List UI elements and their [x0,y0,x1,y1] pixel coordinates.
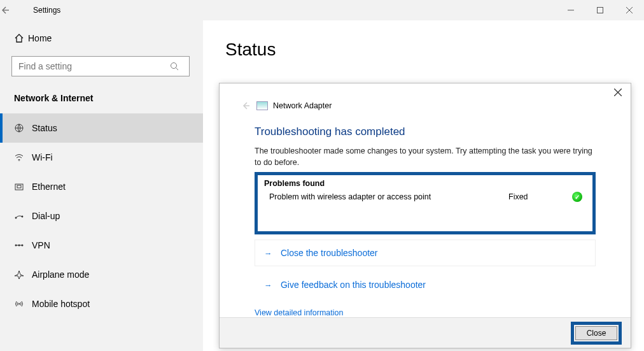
page-title: Status [225,39,622,60]
close-troubleshooter-label: Close the troubleshooter [281,248,378,258]
close-button-highlight: Close [571,322,622,345]
search-icon [170,62,189,71]
sidebar-item-vpn[interactable]: VPN [0,231,203,260]
sidebar-item-label: Airplane mode [32,269,89,280]
problems-found-box: Problems found Problem with wireless ada… [255,172,596,234]
sidebar-item-label: VPN [32,240,50,250]
dialup-icon [14,211,32,221]
sidebar: Home Network & Internet Status Wi-Fi Eth… [0,20,204,351]
troubleshooter-dialog: Network Adapter Troubleshooting has comp… [219,83,631,348]
svg-point-6 [18,160,20,161]
search-input[interactable] [11,56,190,76]
give-feedback-label: Give feedback on this troubleshooter [281,280,426,290]
close-window-icon[interactable] [615,0,644,20]
sidebar-item-ethernet[interactable]: Ethernet [0,172,203,201]
sidebar-item-airplane[interactable]: Airplane mode [0,260,203,289]
minimize-icon[interactable] [556,0,585,20]
sidebar-item-label: Status [32,123,57,133]
dialog-breadcrumb: Network Adapter [273,101,332,110]
problem-status: Fixed [508,192,572,201]
svg-rect-1 [598,8,603,13]
svg-point-10 [22,216,24,218]
problem-row: Problem with wireless adapter or access … [264,192,586,202]
dialog-footer: Close [220,317,631,348]
close-button[interactable]: Close [575,326,617,340]
status-icon [14,123,32,133]
sidebar-item-label: Mobile hotspot [32,299,90,309]
ethernet-icon [14,182,32,192]
close-troubleshooter-link[interactable]: → Close the troubleshooter [255,240,596,266]
svg-line-3 [176,68,179,71]
dialog-back-icon [241,101,256,110]
give-feedback-link[interactable]: → Give feedback on this troubleshooter [255,271,596,298]
dialog-close-icon[interactable] [614,89,622,96]
sidebar-item-label: Wi-Fi [32,152,53,162]
wifi-icon [14,152,32,162]
window-titlebar: Settings [0,0,644,20]
sidebar-item-status[interactable]: Status [0,113,203,143]
maximize-icon[interactable] [585,0,615,20]
hotspot-icon [14,299,32,309]
troubleshoot-description: The troubleshooter made some changes to … [255,146,596,168]
svg-rect-8 [17,185,21,188]
sidebar-item-hotspot[interactable]: Mobile hotspot [0,289,203,319]
sidebar-home-label: Home [28,33,52,43]
svg-point-15 [18,303,20,304]
view-detailed-link[interactable]: View detailed information [255,308,343,317]
vpn-icon [14,240,32,250]
troubleshoot-title: Troubleshooting has completed [255,125,596,138]
sidebar-item-label: Dial-up [32,211,60,221]
home-icon [14,33,28,43]
sidebar-category: Network & Internet [0,88,203,113]
problems-header: Problems found [264,179,586,188]
back-icon[interactable] [0,6,31,15]
network-adapter-icon [256,101,268,110]
airplane-icon [14,269,32,280]
sidebar-home[interactable]: Home [0,27,203,50]
window-title: Settings [31,6,556,15]
search-field[interactable] [12,61,170,71]
sidebar-item-label: Ethernet [32,182,66,192]
svg-point-9 [15,217,17,219]
svg-point-2 [171,63,177,69]
sidebar-item-wifi[interactable]: Wi-Fi [0,143,203,172]
check-icon: ✓ [572,192,586,202]
arrow-right-icon: → [264,249,272,258]
svg-rect-7 [15,184,23,190]
sidebar-item-dialup[interactable]: Dial-up [0,201,203,231]
content-pane: Status Network Adapter Troubleshooting h… [204,20,644,351]
arrow-right-icon: → [264,281,272,290]
problem-text: Problem with wireless adapter or access … [269,192,508,201]
